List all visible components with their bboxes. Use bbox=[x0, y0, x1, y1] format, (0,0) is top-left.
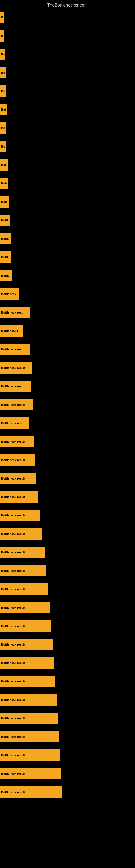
bar-item: Bottleneck result bbox=[0, 473, 37, 484]
bar-row: Bottleneck resu bbox=[0, 340, 135, 359]
bar-label: Bottleneck result bbox=[1, 735, 25, 738]
bar-label: Bottleneck result bbox=[1, 717, 25, 720]
bar-row: Bottleneck result bbox=[0, 488, 135, 506]
bar-label: Bottleneck r bbox=[1, 329, 18, 333]
bar-item: Bot bbox=[0, 159, 8, 170]
bar-label: Bottleneck resu bbox=[1, 384, 24, 388]
bar-row: Bottleneck result bbox=[0, 654, 135, 672]
bar-item: Bottleneck result bbox=[0, 676, 55, 687]
bar-label: Bottleneck result bbox=[1, 790, 25, 794]
bar-item: Bot bbox=[0, 104, 7, 115]
bar-label: Bottleneck result bbox=[1, 495, 25, 499]
bar-label: Bottleneck bbox=[1, 292, 16, 296]
bar-label: Bo bbox=[1, 126, 5, 130]
bar-item: Bottleneck result bbox=[0, 565, 46, 577]
bar-label: B bbox=[1, 34, 3, 37]
bar-item: Bottleneck result bbox=[0, 639, 53, 650]
bar-row: Bott bbox=[0, 174, 135, 193]
bar-label: Bottleneck resu bbox=[1, 311, 24, 314]
bar-label: Bottleneck result bbox=[1, 772, 25, 775]
bar-row: Bottleneck result bbox=[0, 746, 135, 764]
bar-label: Bottleneck result bbox=[1, 440, 25, 443]
bar-label: Bottle bbox=[1, 237, 9, 240]
bar-row: Bottleneck result bbox=[0, 764, 135, 783]
bar-row: Bottleneck result bbox=[0, 525, 135, 543]
bar-label: Bottleneck result bbox=[1, 532, 25, 535]
bar-item: Bottleneck result bbox=[0, 454, 35, 466]
bar-row: Bo bbox=[0, 137, 135, 156]
bar-row: Bottleneck result bbox=[0, 561, 135, 580]
bar-row: Bottleneck result bbox=[0, 672, 135, 691]
bar-row: Bo bbox=[0, 82, 135, 100]
bar-item: Bottleneck result bbox=[0, 399, 33, 410]
bar-label: Bott bbox=[1, 182, 7, 185]
bar-label: Bottleneck result bbox=[1, 661, 25, 664]
bar-item: Bottleneck result bbox=[0, 602, 50, 613]
bar-row: Bottleneck bbox=[0, 285, 135, 303]
bar-item: Bottle bbox=[0, 233, 11, 244]
bar-row: Bottleneck result bbox=[0, 580, 135, 598]
bar-label: Bottle bbox=[1, 274, 9, 277]
bar-row: Bottleneck result bbox=[0, 432, 135, 451]
bar-item: Bottleneck res bbox=[0, 417, 29, 429]
bar-label: Bottleneck result bbox=[1, 624, 25, 628]
bar-label: Bottleneck resu bbox=[1, 348, 24, 351]
bar-row: Bottle bbox=[0, 267, 135, 285]
bar-row: Bottleneck result bbox=[0, 617, 135, 635]
bar-row: B bbox=[0, 27, 135, 45]
bar-row: Bottleneck result bbox=[0, 635, 135, 654]
bar-item: Bottleneck r bbox=[0, 325, 23, 337]
bar-item: Bottleneck resu bbox=[0, 380, 31, 392]
bar-row: Bot bbox=[0, 156, 135, 174]
bar-label: Bottleneck res bbox=[1, 422, 21, 425]
bar-label: Bottleneck result bbox=[1, 643, 25, 646]
bar-item: Bottleneck result bbox=[0, 731, 59, 742]
bars-container: BBBoBoBoBotBoBoBotBottBottBottlBottleBot… bbox=[0, 8, 135, 801]
bar-label: Bottleneck result bbox=[1, 753, 25, 757]
bar-item: Bottleneck result bbox=[0, 768, 61, 779]
bar-item: Bo bbox=[0, 141, 6, 152]
bar-item: B bbox=[0, 30, 4, 41]
bar-label: Bottleneck result bbox=[1, 606, 25, 609]
bar-label: Bo bbox=[1, 71, 5, 74]
bar-item: Bottle bbox=[0, 251, 11, 263]
bar-row: Bottleneck r bbox=[0, 322, 135, 340]
bar-row: Bottleneck result bbox=[0, 396, 135, 414]
bar-item: Bott bbox=[0, 178, 8, 189]
bar-label: Bottl bbox=[1, 219, 8, 222]
bar-row: Bottleneck result bbox=[0, 598, 135, 617]
bar-row: Bottleneck resu bbox=[0, 303, 135, 322]
bar-row: Bo bbox=[0, 45, 135, 63]
bar-row: Bottleneck result bbox=[0, 691, 135, 709]
bar-row: Bo bbox=[0, 119, 135, 137]
bar-item: Bottleneck result bbox=[0, 547, 45, 558]
bar-row: Bottleneck result bbox=[0, 469, 135, 488]
bar-label: Bo bbox=[1, 53, 5, 56]
bar-row: Bottleneck result bbox=[0, 727, 135, 746]
bar-row: Bottleneck result bbox=[0, 783, 135, 801]
bar-label: Bot bbox=[1, 108, 6, 111]
bar-label: Bottleneck result bbox=[1, 588, 25, 591]
bar-label: Bott bbox=[1, 200, 7, 204]
bar-item: Bottleneck result bbox=[0, 657, 54, 669]
bar-row: Bottle bbox=[0, 248, 135, 267]
bar-row: Bottleneck result bbox=[0, 709, 135, 727]
bar-item: Bo bbox=[0, 86, 6, 97]
bar-item: Bottleneck result bbox=[0, 436, 34, 447]
bar-item: Bottleneck result bbox=[0, 510, 40, 521]
bar-row: Bottleneck result bbox=[0, 543, 135, 561]
bar-item: Bottleneck result bbox=[0, 694, 57, 706]
bar-item: Bo bbox=[0, 122, 6, 134]
bar-row: Bottleneck result bbox=[0, 359, 135, 377]
bar-label: Bottleneck result bbox=[1, 514, 25, 517]
bar-item: Bottleneck resu bbox=[0, 344, 30, 355]
bar-row: Bo bbox=[0, 63, 135, 82]
bar-item: Bott bbox=[0, 196, 9, 208]
bar-row: Bottleneck res bbox=[0, 414, 135, 432]
bar-item: Bottle bbox=[0, 270, 12, 281]
bar-row: Bot bbox=[0, 100, 135, 119]
bar-item: Bottleneck bbox=[0, 288, 19, 300]
bar-label: Bottleneck result bbox=[1, 458, 25, 462]
bar-row: Bottle bbox=[0, 229, 135, 248]
bar-label: Bottleneck result bbox=[1, 569, 25, 572]
